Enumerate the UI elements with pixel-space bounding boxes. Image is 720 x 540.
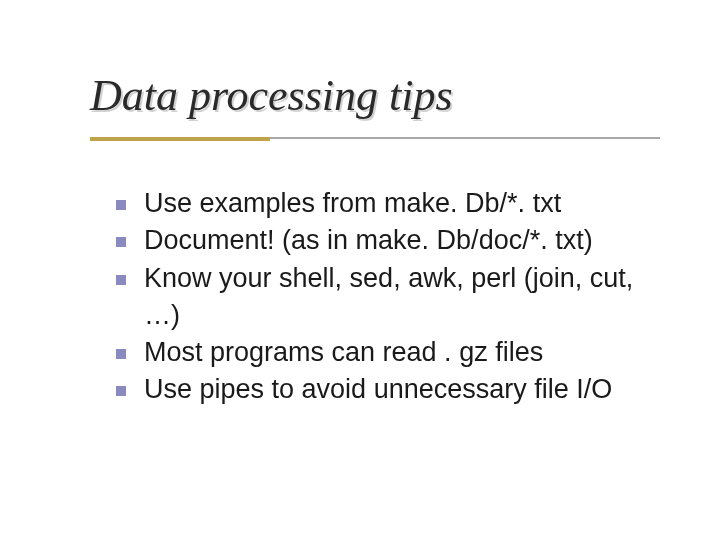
square-bullet-icon — [116, 386, 126, 396]
list-item-text: Document! (as in make. Db/doc/*. txt) — [144, 225, 593, 255]
list-item: Use examples from make. Db/*. txt — [116, 185, 660, 222]
list-item: Document! (as in make. Db/doc/*. txt) — [116, 222, 660, 259]
title-underline-accent — [90, 137, 270, 141]
title-underline — [90, 137, 660, 145]
square-bullet-icon — [116, 237, 126, 247]
list-item: Most programs can read . gz files — [116, 334, 660, 371]
list-item: Know your shell, sed, awk, perl (join, c… — [116, 260, 660, 335]
list-item: Use pipes to avoid unnecessary file I/O — [116, 371, 660, 408]
bullet-list: Use examples from make. Db/*. txt Docume… — [90, 185, 660, 409]
slide-title: Data processing tips — [90, 70, 660, 131]
list-item-text: Use examples from make. Db/*. txt — [144, 188, 561, 218]
list-item-text: Use pipes to avoid unnecessary file I/O — [144, 374, 612, 404]
list-item-text: Most programs can read . gz files — [144, 337, 543, 367]
square-bullet-icon — [116, 349, 126, 359]
square-bullet-icon — [116, 275, 126, 285]
square-bullet-icon — [116, 200, 126, 210]
list-item-text: Know your shell, sed, awk, perl (join, c… — [144, 263, 633, 330]
slide: Data processing tips Use examples from m… — [0, 0, 720, 540]
